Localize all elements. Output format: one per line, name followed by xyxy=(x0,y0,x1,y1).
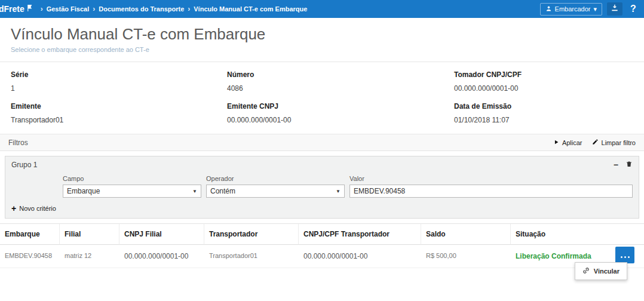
cte-details-panel: Série 1 Número 4086 Tomador CNPJ/CPF 00.… xyxy=(0,62,644,134)
filter-criteria-row: Campo Embarque ▼ Operador Contém ▼ Valor xyxy=(63,175,633,198)
results-table: Embarque Filial CNPJ Filial Transportado… xyxy=(0,223,644,268)
field-tomador-cnpj: Tomador CNPJ/CPF 00.000.000/0001-00 xyxy=(454,70,633,93)
field-numero: Número 4086 xyxy=(227,70,454,93)
field-emitente-cnpj: Emitente CNPJ 00.000.000/0001-00 xyxy=(227,102,454,124)
group-actions: − xyxy=(614,160,633,169)
valor-input[interactable] xyxy=(349,185,633,198)
app-logo-text: ldFrete xyxy=(0,4,24,14)
valor-field: Valor xyxy=(349,175,633,198)
filters-actions: Aplicar Limpar filtro xyxy=(553,139,636,146)
column-header-saldo: Saldo xyxy=(421,224,511,245)
group-title: Grupo 1 xyxy=(11,161,37,169)
breadcrumb-item-documentos[interactable]: Documentos do Transporte xyxy=(96,5,186,13)
field-data-emissao: Data de Emissão 01/10/2018 11:07 xyxy=(454,102,633,124)
filters-title: Filtros xyxy=(8,139,28,147)
field-label: Série xyxy=(11,70,227,79)
caret-down-icon: ▾ xyxy=(593,5,597,13)
page-header: Vínculo Manual CT-e com Embarque Selecio… xyxy=(0,18,644,62)
field-label: Número xyxy=(227,70,454,79)
campo-field: Campo Embarque ▼ xyxy=(63,175,201,198)
breadcrumb-item-vinculo[interactable]: Vínculo Manual CT-e com Embarque xyxy=(191,5,309,13)
chevron-down-icon: ▼ xyxy=(336,189,341,194)
new-criteria-button[interactable]: + Novo critério xyxy=(11,204,56,213)
field-value: 1 xyxy=(11,84,227,93)
ellipsis-icon xyxy=(621,256,622,258)
field-value: 01/10/2018 11:07 xyxy=(454,116,633,124)
field-value: 00.000.000/0001-00 xyxy=(454,84,633,93)
field-label: Tomador CNPJ/CPF xyxy=(454,70,633,79)
field-label: Data de Emissão xyxy=(454,102,633,110)
operador-field: Operador Contém ▼ xyxy=(206,175,345,198)
field-label: Emitente xyxy=(11,102,227,110)
collapse-group-button[interactable]: − xyxy=(614,161,618,169)
clear-filter-label: Limpar filtro xyxy=(602,139,636,146)
breadcrumb: › Gestão Fiscal › Documentos do Transpor… xyxy=(39,5,540,13)
column-header-embarque: Embarque xyxy=(0,224,60,245)
field-label: Emitente CNPJ xyxy=(227,102,454,110)
flag-icon xyxy=(24,4,33,14)
user-icon xyxy=(545,5,552,13)
apply-filter-label: Aplicar xyxy=(562,139,582,146)
row-context-menu: Vincular xyxy=(575,262,627,280)
apply-filter-button[interactable]: Aplicar xyxy=(553,139,582,146)
status-badge: Liberação Confirmada xyxy=(516,252,591,260)
chevron-separator-icon: › xyxy=(186,5,191,13)
cell-cnpj-transportador: 00.000.000/0001-00 xyxy=(299,245,421,268)
top-bar: ldFrete › Gestão Fiscal › Documentos do … xyxy=(0,0,644,18)
filters-bar: Filtros Aplicar Limpar filtro xyxy=(0,134,644,151)
column-header-cnpj-transportador: CNPJ/CPF Transportador xyxy=(299,224,421,245)
page-subtitle: Selecione o embarque correspondente ao C… xyxy=(11,46,633,53)
chevron-separator-icon: › xyxy=(91,5,96,13)
field-emitente: Emitente Transportador01 xyxy=(11,102,227,124)
filter-group-header: Grupo 1 − xyxy=(11,160,633,169)
breadcrumb-item-gestao-fiscal[interactable]: Gestão Fiscal xyxy=(44,5,92,13)
column-header-transportador: Transportador xyxy=(204,224,299,245)
cell-saldo: R$ 500,00 xyxy=(421,245,511,268)
pencil-icon xyxy=(592,139,599,146)
cell-cnpj-filial: 00.000.000/0001-00 xyxy=(119,245,204,268)
field-serie: Série 1 xyxy=(11,70,227,93)
field-value: 00.000.000/0001-00 xyxy=(227,116,454,124)
column-header-filial: Filial xyxy=(60,224,119,245)
trash-icon xyxy=(625,160,633,170)
app-logo[interactable]: ldFrete xyxy=(0,4,33,14)
operador-label: Operador xyxy=(206,175,345,182)
field-value: Transportador01 xyxy=(11,116,227,124)
download-button[interactable] xyxy=(607,2,622,16)
campo-select-value: Embarque xyxy=(67,187,100,195)
menu-item-label: Vincular xyxy=(594,268,620,275)
filter-group-panel: Grupo 1 − Campo Embarque ▼ Operador Cont… xyxy=(5,156,639,219)
field-value: 4086 xyxy=(227,84,454,93)
valor-label: Valor xyxy=(349,175,633,182)
operador-select-value: Contém xyxy=(210,187,235,195)
menu-item-vincular[interactable]: Vincular xyxy=(575,263,627,280)
delete-group-button[interactable] xyxy=(625,160,633,169)
help-icon: ? xyxy=(630,4,636,14)
column-header-situacao: Situação xyxy=(511,224,644,245)
campo-label: Campo xyxy=(63,175,201,182)
cell-situacao: Liberação Confirmada Vincular xyxy=(511,245,644,268)
topbar-actions: Embarcador ▾ ? xyxy=(540,2,639,16)
user-menu-button[interactable]: Embarcador ▾ xyxy=(540,3,602,16)
table-row[interactable]: EMBDEV.90458 matriz 12 00.000.000/0001-0… xyxy=(0,245,644,268)
link-icon xyxy=(582,267,590,275)
help-button[interactable]: ? xyxy=(627,2,639,16)
cell-embarque: EMBDEV.90458 xyxy=(0,245,60,268)
user-menu-label: Embarcador xyxy=(555,5,591,13)
row-actions-button[interactable] xyxy=(615,247,634,263)
cell-transportador: Transportador01 xyxy=(204,245,299,268)
column-header-cnpj-filial: CNPJ Filial xyxy=(119,224,204,245)
chevron-separator-icon: › xyxy=(39,5,44,13)
cell-filial: matriz 12 xyxy=(60,245,119,268)
new-criteria-label: Novo critério xyxy=(19,205,56,212)
clear-filter-button[interactable]: Limpar filtro xyxy=(592,139,636,146)
plus-icon: + xyxy=(11,204,16,213)
chevron-down-icon: ▼ xyxy=(192,189,197,194)
campo-select[interactable]: Embarque ▼ xyxy=(63,185,201,198)
page-title: Vínculo Manual CT-e com Embarque xyxy=(11,25,633,44)
download-icon xyxy=(611,4,619,14)
play-icon xyxy=(553,139,559,146)
operador-select[interactable]: Contém ▼ xyxy=(206,185,345,198)
table-header-row: Embarque Filial CNPJ Filial Transportado… xyxy=(0,224,644,245)
minus-icon: − xyxy=(614,160,618,170)
